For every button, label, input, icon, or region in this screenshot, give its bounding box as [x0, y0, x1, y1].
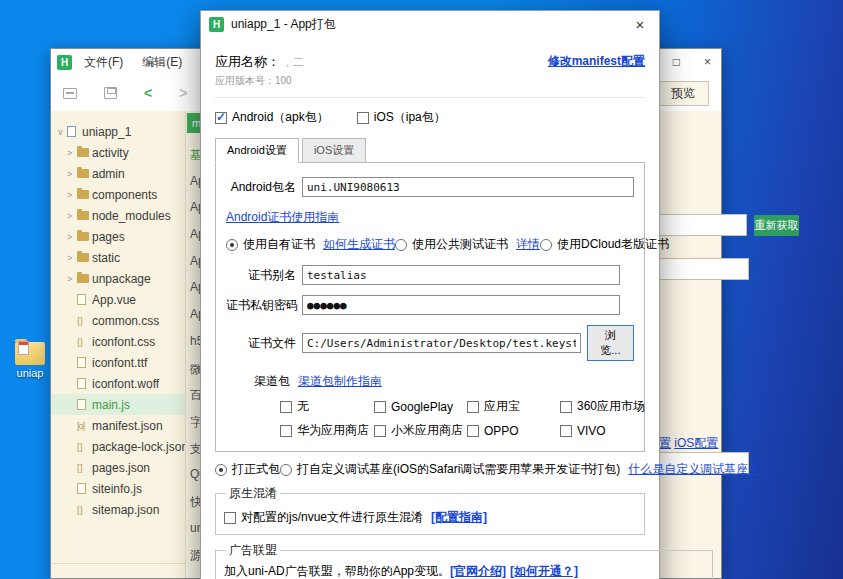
tree-item-label: unpackage: [92, 272, 151, 286]
obfuscation-guide-link[interactable]: [配置指南]: [431, 509, 487, 526]
tree-item-static[interactable]: >static: [51, 247, 185, 268]
browse-button[interactable]: 浏览...: [587, 325, 634, 361]
tree-item-unpackage[interactable]: >unpackage: [51, 268, 185, 289]
native-obfuscation-group: 原生混淆 对配置的js/nvue文件进行原生混淆 [配置指南]: [215, 485, 645, 535]
custom-debug-base-radio[interactable]: 打自定义调试基座(iOS的Safari调试需要用苹果开发证书打包) 什么是自定义…: [280, 461, 760, 478]
open-project-icon[interactable]: [63, 88, 77, 99]
channel-xiaomi-checkbox[interactable]: 小米应用商店: [374, 422, 467, 439]
channel-none-checkbox[interactable]: 无: [280, 398, 374, 415]
tree-item-pages[interactable]: >pages: [51, 226, 185, 247]
tree-item-components[interactable]: >components: [51, 184, 185, 205]
channel-oppo-checkbox[interactable]: OPPO: [467, 422, 560, 439]
own-cert-radio[interactable]: 使用自有证书 如何生成证书: [226, 236, 395, 253]
file-icon: [77, 378, 92, 389]
tree-item-node-modules[interactable]: >node_modules: [51, 205, 185, 226]
channel-guide-link[interactable]: 渠道包制作指南: [298, 373, 382, 390]
forward-icon[interactable]: >: [179, 85, 187, 101]
caret-collapsed-icon[interactable]: >: [67, 190, 77, 200]
tree-item-label: main.js: [92, 398, 130, 412]
tree-item-iconfont-ttf[interactable]: iconfont.ttf: [51, 352, 185, 373]
json-file-icon: [77, 505, 92, 515]
checkbox-icon: [467, 401, 479, 413]
tree-item-sitemap-json[interactable]: sitemap.json: [51, 499, 185, 520]
channel-yingyongbao-checkbox[interactable]: 应用宝: [467, 398, 560, 415]
folder-icon: [77, 274, 92, 283]
checkbox-icon: [280, 425, 292, 437]
what-is-custom-base-link[interactable]: 什么是自定义调试基座？: [628, 461, 760, 478]
tree-root[interactable]: ∨ uniapp_1: [51, 121, 185, 142]
tree-item-label: components: [92, 188, 157, 202]
public-test-cert-radio[interactable]: 使用公共测试证书 详情: [395, 236, 540, 253]
checkbox-icon: [374, 425, 386, 437]
save-icon[interactable]: [104, 87, 117, 99]
folder-icon: [77, 190, 92, 199]
menu-edit[interactable]: 编辑(E): [142, 54, 182, 71]
cert-password-input[interactable]: [302, 295, 620, 315]
package-name-input[interactable]: [302, 177, 634, 197]
cert-alias-input[interactable]: [302, 265, 620, 285]
folder-icon: [77, 169, 92, 178]
close-icon[interactable]: ×: [629, 16, 651, 33]
tree-item-label: package-lock.json: [92, 440, 186, 454]
back-icon[interactable]: <: [144, 85, 152, 101]
caret-expanded-icon[interactable]: ∨: [57, 127, 67, 137]
tree-item-app-vue[interactable]: App.vue: [51, 289, 185, 310]
channel-googleplay-checkbox[interactable]: GooglePlay: [374, 398, 467, 415]
caret-collapsed-icon[interactable]: >: [67, 169, 77, 179]
tree-item-label: siteinfo.js: [92, 482, 142, 496]
cert-file-input[interactable]: [302, 333, 581, 353]
tab-android-settings[interactable]: Android设置: [215, 138, 299, 163]
js-file-icon: [77, 483, 92, 494]
close-button[interactable]: ×: [704, 55, 711, 69]
tree-item-label: static: [92, 251, 120, 265]
modify-manifest-link[interactable]: 修改manifest配置: [548, 53, 645, 70]
preview-button[interactable]: 预览: [657, 81, 709, 106]
official-intro-link[interactable]: [官网介绍]: [450, 563, 506, 579]
channel-360-checkbox[interactable]: 360应用市场: [560, 398, 645, 415]
ios-ipa-checkbox[interactable]: iOS（ipa包）: [357, 109, 446, 126]
obfuscate-checkbox[interactable]: 对配置的js/nvue文件进行原生混淆: [224, 509, 423, 526]
app-version-text: 应用版本号：100: [215, 74, 645, 88]
js-file-icon: [77, 399, 92, 410]
tree-item-siteinfo-js[interactable]: siteinfo.js: [51, 478, 185, 499]
channel-huawei-checkbox[interactable]: 华为应用商店: [280, 422, 374, 439]
hbuilderx-logo-icon: H: [57, 55, 72, 70]
caret-collapsed-icon[interactable]: >: [67, 148, 77, 158]
dcloud-old-cert-radio[interactable]: 使用DCloud老版证书: [540, 236, 669, 253]
release-build-radio[interactable]: 打正式包: [215, 461, 280, 478]
caret-collapsed-icon[interactable]: >: [67, 274, 77, 284]
caret-collapsed-icon[interactable]: >: [67, 232, 77, 242]
caret-collapsed-icon[interactable]: >: [67, 211, 77, 221]
tab-ios-settings[interactable]: iOS设置: [302, 138, 366, 163]
package-name-label: Android包名: [226, 179, 302, 196]
tree-item-label: admin: [92, 167, 125, 181]
checkbox-icon: [374, 401, 386, 413]
details-link[interactable]: 详情: [516, 236, 540, 253]
menu-file[interactable]: 文件(F): [84, 54, 123, 71]
how-to-generate-cert-link[interactable]: 如何生成证书: [323, 236, 395, 253]
cert-file-label: 证书文件: [226, 335, 302, 352]
ios-config-link[interactable]: iOS配置: [674, 436, 718, 450]
channel-vivo-checkbox[interactable]: VIVO: [560, 422, 645, 439]
tree-item-common-css[interactable]: common.css: [51, 310, 185, 331]
desktop-icon-uniapp[interactable]: uniap: [5, 342, 55, 379]
tree-item-iconfont-woff[interactable]: iconfont.woff: [51, 373, 185, 394]
tree-item-label: activity: [92, 146, 129, 160]
tree-item-manifest-json[interactable]: manifest.json: [51, 415, 185, 436]
tree-item-activity[interactable]: >activity: [51, 142, 185, 163]
settings-tabs: Android设置 iOS设置: [215, 138, 645, 163]
tree-root-label: uniapp_1: [82, 125, 131, 139]
how-to-open-link[interactable]: [如何开通？]: [510, 563, 578, 579]
tree-item-admin[interactable]: >admin: [51, 163, 185, 184]
tree-item-pages-json[interactable]: pages.json: [51, 457, 185, 478]
tree-item-label: App.vue: [92, 293, 136, 307]
refetch-button[interactable]: 重新获取: [754, 215, 799, 236]
android-cert-guide-link[interactable]: Android证书使用指南: [226, 210, 339, 224]
maximize-button[interactable]: □: [673, 55, 680, 69]
radio-icon: [226, 239, 238, 251]
tree-item-package-lock-json[interactable]: package-lock.json: [51, 436, 185, 457]
tree-item-iconfont-css[interactable]: iconfont.css: [51, 331, 185, 352]
caret-collapsed-icon[interactable]: >: [67, 253, 77, 263]
android-apk-checkbox[interactable]: Android（apk包）: [215, 109, 329, 126]
tree-item-main-js[interactable]: main.js: [51, 394, 185, 415]
